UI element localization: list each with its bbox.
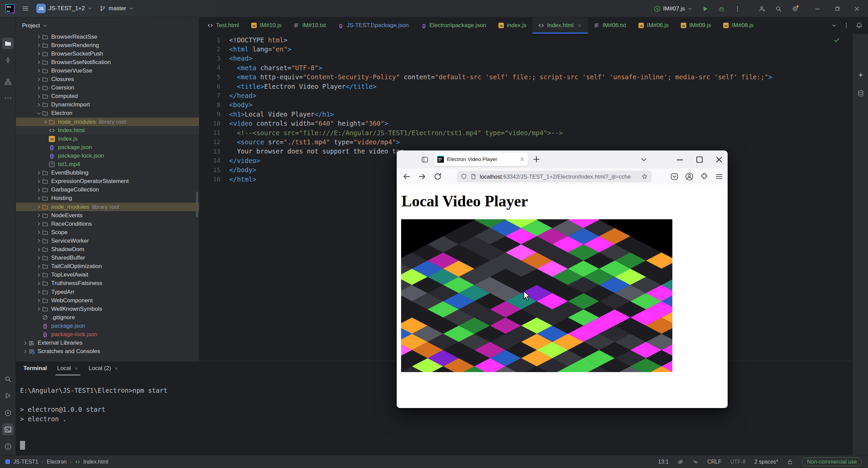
- chevron-right-icon[interactable]: [35, 264, 42, 269]
- main-menu-icon[interactable]: [22, 5, 29, 12]
- tree-item-hoisting[interactable]: Hoisting: [16, 194, 199, 203]
- readonly-lock-icon[interactable]: [787, 459, 793, 465]
- tree-item-truthinessfalsiness[interactable]: TruthinessFalsiness: [16, 279, 199, 288]
- tree-item-computed[interactable]: Computed: [16, 92, 199, 101]
- breadcrumb-item[interactable]: JS-TEST1: [13, 459, 38, 465]
- project-tool-button[interactable]: [2, 38, 14, 49]
- editor-tab-electron-package-json[interactable]: {}Electron\package.json: [415, 17, 492, 34]
- structure-tool-button[interactable]: [2, 76, 14, 87]
- chevron-right-icon[interactable]: [35, 238, 42, 244]
- browser-maximize-button[interactable]: [695, 155, 704, 164]
- close-tab-icon[interactable]: [520, 157, 525, 162]
- debug-button[interactable]: [718, 5, 725, 12]
- chevron-right-icon[interactable]: [35, 102, 42, 107]
- chevron-right-icon[interactable]: [35, 272, 42, 278]
- tree-item-tailcalloptimization[interactable]: TailCallOptimization: [16, 262, 199, 271]
- chevron-right-icon[interactable]: [35, 179, 42, 184]
- browser-tab[interactable]: WS Electron Video Player: [434, 152, 528, 166]
- tree-item-shadowdom[interactable]: ShadowDom: [16, 245, 199, 254]
- tree-item--gitignore[interactable]: .gitignore: [16, 313, 199, 322]
- close-tab-icon[interactable]: [577, 23, 582, 28]
- tree-item-electron[interactable]: Electron: [16, 109, 199, 118]
- chevron-right-icon[interactable]: [35, 187, 42, 192]
- services-tool-button[interactable]: [2, 407, 14, 419]
- pocket-icon[interactable]: [670, 172, 679, 181]
- chevron-right-icon[interactable]: [35, 34, 42, 40]
- chevron-right-icon[interactable]: [35, 289, 42, 295]
- ai-assistant-tool-button[interactable]: [855, 69, 866, 81]
- close-terminal-tab-icon[interactable]: [114, 366, 118, 370]
- list-tabs-icon[interactable]: [640, 156, 648, 163]
- chevron-right-icon[interactable]: [35, 298, 42, 303]
- editor-tab-js-test1-package-json[interactable]: {}JS-TEST1\package.json: [332, 17, 415, 34]
- more-actions-icon[interactable]: [734, 6, 741, 12]
- add-user-icon[interactable]: [759, 5, 766, 12]
- terminal-tab-local[interactable]: Local: [57, 361, 79, 375]
- tree-item-toplevelawait[interactable]: TopLevelAwait: [16, 271, 199, 279]
- tree-item-tst1-mp4[interactable]: ?tst1.mp4: [16, 160, 199, 169]
- tree-item-wellknownsymbols[interactable]: WellKnownSymbols: [16, 305, 199, 313]
- editor-tab-index-js[interactable]: JSindex.js: [492, 17, 533, 34]
- chevron-right-icon[interactable]: [35, 51, 42, 57]
- chevron-right-icon[interactable]: [35, 213, 42, 218]
- site-info-icon[interactable]: [470, 174, 476, 180]
- chevron-right-icon[interactable]: [35, 281, 42, 286]
- settings-gear-icon[interactable]: [791, 5, 799, 13]
- app-menu-icon[interactable]: [715, 172, 724, 181]
- bookmark-star-icon[interactable]: [642, 174, 648, 180]
- tree-item-webcomponent[interactable]: WebComponent: [16, 296, 199, 305]
- tree-item-browserreactsse[interactable]: BrowserReactSse: [16, 34, 199, 41]
- terminal-tool-button[interactable]: [2, 424, 14, 435]
- account-icon[interactable]: [685, 172, 694, 181]
- run-tool-button[interactable]: [2, 390, 14, 401]
- hidden-tabs-icon[interactable]: [831, 23, 837, 28]
- breadcrumb-item[interactable]: Electron: [47, 459, 67, 465]
- window-maximize-button[interactable]: [834, 6, 840, 12]
- breadcrumb-item[interactable]: Index.html: [83, 459, 108, 465]
- address-bar[interactable]: localhost:63342/JS-TEST_1+2/Electron/Ind…: [457, 171, 652, 182]
- editor-tab-im-06-js[interactable]: JSIM#06.js: [632, 17, 675, 34]
- tree-item-scope[interactable]: Scope: [16, 228, 199, 237]
- chevron-right-icon[interactable]: [35, 60, 42, 65]
- chevron-right-icon[interactable]: [22, 340, 28, 346]
- tree-item-package-json[interactable]: {}package.json: [16, 322, 199, 330]
- project-widget[interactable]: JS JS-TEST_1+2: [36, 4, 92, 13]
- tree-item-browsersocketpush[interactable]: BrowserSocketPush: [16, 49, 199, 58]
- chevron-right-icon[interactable]: [35, 204, 42, 210]
- tracking-shield-icon[interactable]: [461, 174, 467, 180]
- project-tree-scrollbar[interactable]: [196, 191, 198, 217]
- chevron-down-icon[interactable]: [35, 110, 42, 116]
- tree-item-coersion[interactable]: Coersion: [16, 84, 199, 92]
- video-player[interactable]: [401, 219, 672, 372]
- chevron-right-icon[interactable]: [42, 119, 49, 125]
- tree-item-index-html[interactable]: Index.html: [16, 126, 199, 135]
- vcs-widget[interactable]: master: [100, 5, 134, 12]
- tree-item-index-js[interactable]: JSindex.js: [16, 135, 199, 143]
- tree-item-serviceworker[interactable]: ServiceWorker: [16, 237, 199, 245]
- terminal-output[interactable]: E:\Angular\JS-TEST1\Electron>npm start >…: [20, 386, 167, 424]
- tree-item-node-modules[interactable]: node_moduleslibrary root: [16, 118, 199, 126]
- more-tool-windows-button[interactable]: [2, 92, 14, 104]
- tree-item-node-modules[interactable]: node_moduleslibrary root: [16, 203, 199, 211]
- forward-button[interactable]: [418, 172, 427, 181]
- notifications-bell-icon[interactable]: [856, 22, 863, 29]
- browser-minimize-button[interactable]: [675, 155, 684, 164]
- inspections-widget-icon[interactable]: [692, 459, 698, 465]
- window-close-button[interactable]: [854, 6, 860, 12]
- tab-options-icon[interactable]: [844, 23, 849, 28]
- chevron-right-icon[interactable]: [35, 196, 42, 201]
- tree-item-external-libraries[interactable]: External Libraries: [16, 339, 199, 347]
- chevron-right-icon[interactable]: [35, 94, 42, 99]
- chevron-right-icon[interactable]: [35, 221, 42, 227]
- new-tab-button[interactable]: [532, 155, 540, 163]
- editor-tab-index-html[interactable]: Index.html: [532, 17, 588, 34]
- tree-item-expressionoperatorstatement[interactable]: ExpressionOperatorStatement: [16, 177, 199, 186]
- license-badge[interactable]: Non-commercial use: [802, 457, 862, 466]
- browser-close-button[interactable]: [715, 155, 724, 164]
- extensions-icon[interactable]: [700, 172, 709, 181]
- tree-item-sharedbuffer[interactable]: SharedBuffer: [16, 254, 199, 262]
- window-minimize-button[interactable]: [814, 6, 821, 12]
- back-button[interactable]: [402, 172, 411, 181]
- tree-item-nodeevents[interactable]: NodeEvents: [16, 211, 199, 220]
- highlighting-level-icon[interactable]: [677, 459, 684, 465]
